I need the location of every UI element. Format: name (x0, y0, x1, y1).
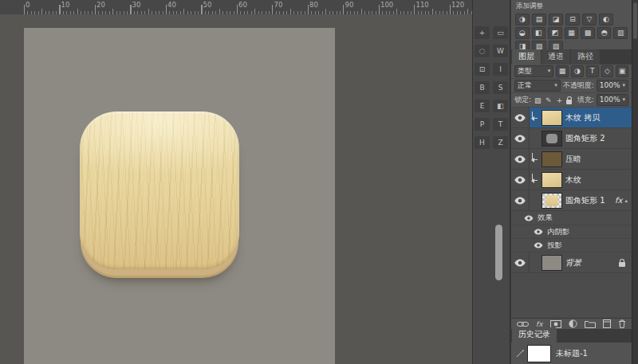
lock-position-icon[interactable]: + (555, 96, 564, 105)
ruler-number: 70 (274, 1, 283, 9)
eyedropper-tool-button[interactable]: I (493, 63, 508, 76)
lock-all-icon[interactable] (566, 100, 572, 104)
effect-visibility-toggle[interactable] (532, 229, 545, 235)
window-scrollbar-thumb[interactable] (633, 2, 637, 39)
filter-kind-select[interactable]: 类型 (514, 65, 553, 77)
levels-icon[interactable]: ▤ (532, 14, 546, 25)
visibility-toggle[interactable] (511, 149, 530, 169)
curves-icon[interactable]: ◪ (549, 14, 563, 25)
effect-visibility-toggle[interactable] (532, 242, 545, 249)
filter-adjustment-layers-icon[interactable]: ◑ (571, 65, 584, 77)
crop-tool-button[interactable]: ⊡ (475, 63, 490, 76)
fill-value[interactable]: 100% (597, 94, 628, 106)
filter-shape-layers-icon[interactable]: ◇ (601, 65, 614, 77)
layer-row-rounded-rect-2[interactable]: 圆角矩形 2 (511, 128, 632, 149)
fx-collapse-icon[interactable]: ▴ (624, 198, 628, 204)
gradient-tool-button[interactable]: ◧ (493, 100, 508, 112)
fx-icon[interactable]: fx (615, 196, 622, 205)
canvas-pasteboard[interactable] (0, 14, 472, 364)
marquee-tool-button[interactable]: ▭ (493, 26, 508, 39)
layer-name[interactable]: 圆角矩形 1 (565, 195, 605, 206)
document-canvas[interactable] (24, 28, 335, 364)
layer-thumbnail[interactable] (542, 193, 562, 209)
hand-tool-button[interactable]: H (475, 136, 490, 149)
visibility-toggle[interactable] (511, 108, 530, 127)
blend-mode-select[interactable]: 正常 (514, 80, 561, 92)
delete-layer-icon[interactable] (618, 319, 626, 328)
new-adjustment-layer-icon[interactable] (569, 319, 577, 328)
filter-pixel-layers-icon[interactable]: ▦ (556, 65, 569, 77)
layer-name[interactable]: 圆角矩形 2 (565, 133, 605, 144)
adjustments-title: 添加调整 (514, 1, 629, 13)
history-snapshot-name[interactable]: 未标题-1 (556, 348, 588, 359)
type-tool-button[interactable]: T (493, 118, 508, 131)
color-lookup-icon[interactable]: ▩ (581, 27, 595, 39)
layer-row-wood[interactable]: 木纹 (511, 170, 632, 190)
effects-header-row[interactable]: 效果 (511, 211, 632, 225)
invert-icon[interactable]: ◓ (597, 27, 612, 39)
history-brush-source-cell[interactable] (513, 350, 527, 358)
brightness-contrast-icon[interactable]: ◑ (515, 14, 530, 25)
layer-style-badge[interactable]: fx ▴ (615, 196, 632, 205)
clipping-mask-indicator (530, 176, 540, 183)
black-white-icon[interactable]: ◧ (532, 27, 546, 39)
photo-filter-icon[interactable]: ◩ (548, 27, 562, 39)
lock-pixels-icon[interactable]: ✎ (545, 96, 553, 105)
filter-type-layers-icon[interactable]: T (586, 65, 599, 77)
tab-channels[interactable]: 通道 (542, 49, 570, 65)
visibility-toggle[interactable] (511, 252, 530, 272)
layer-thumbnail[interactable] (542, 172, 562, 188)
effects-visibility-toggle[interactable] (522, 215, 535, 221)
layer-name[interactable]: 背景 (565, 257, 581, 268)
dock-scrollbar-thumb[interactable] (495, 225, 502, 280)
layer-thumbnail[interactable] (542, 255, 562, 271)
layer-row-wood-copy[interactable]: 木纹 拷贝 (511, 108, 632, 128)
history-snapshot-thumbnail[interactable] (527, 345, 551, 362)
magic-wand-tool-button[interactable]: W (493, 45, 508, 57)
posterize-icon[interactable]: ▥ (613, 27, 628, 39)
link-layers-icon[interactable] (517, 320, 529, 328)
layer-row-background[interactable]: 背景 (511, 252, 632, 273)
filter-smart-objects-icon[interactable]: ▣ (616, 65, 628, 77)
layer-row-darken[interactable]: 压暗 (511, 149, 632, 170)
tab-history[interactable]: 历史记录 (512, 327, 557, 342)
pen-tool-button[interactable]: P (475, 118, 490, 131)
blend-opacity-row: 正常 不透明度: 100% (511, 79, 632, 93)
add-layer-mask-icon[interactable] (550, 320, 561, 328)
lasso-tool-button[interactable]: ◌ (475, 45, 490, 57)
move-tool-button[interactable]: + (475, 26, 490, 39)
color-balance-icon[interactable]: ◒ (515, 27, 530, 39)
horizontal-ruler[interactable]: 0102030405060708090100110120 (0, 0, 472, 15)
exposure-icon[interactable]: ⊟ (565, 14, 580, 25)
blend-mode-value: 正常 (518, 80, 532, 91)
layer-name[interactable]: 木纹 (565, 174, 581, 186)
opacity-value[interactable]: 100% (597, 80, 628, 92)
new-layer-icon[interactable] (603, 319, 611, 328)
window-scrollbar[interactable] (632, 0, 638, 364)
channel-mixer-icon[interactable]: ▦ (565, 27, 579, 39)
new-group-icon[interactable] (585, 320, 596, 328)
eraser-tool-button[interactable]: E (475, 100, 490, 112)
brush-tool-button[interactable]: B (475, 81, 490, 94)
visibility-toggle[interactable] (511, 128, 530, 148)
clone-stamp-tool-button[interactable]: S (493, 81, 508, 94)
layer-name[interactable]: 木纹 拷贝 (565, 112, 600, 123)
layer-thumbnail[interactable] (542, 131, 562, 147)
layer-thumbnail[interactable] (542, 151, 562, 167)
hue-saturation-icon[interactable]: ◐ (599, 14, 613, 25)
layer-thumbnail[interactable] (542, 110, 562, 126)
eye-icon (514, 155, 526, 163)
visibility-toggle[interactable] (511, 190, 530, 210)
visibility-toggle[interactable] (511, 170, 530, 190)
effect-row-drop-shadow[interactable]: 投影 (511, 239, 632, 252)
lock-transparency-icon[interactable]: ▨ (534, 96, 542, 105)
layer-name[interactable]: 压暗 (565, 154, 581, 165)
tab-layers[interactable]: 图层 (512, 49, 541, 65)
layer-row-rounded-rect-1[interactable]: 圆角矩形 1 fx ▴ (511, 190, 632, 211)
zoom-tool-button[interactable]: Z (493, 136, 508, 149)
add-layer-style-icon[interactable]: fx (536, 320, 543, 328)
fill-label: 填充: (577, 95, 594, 105)
vibrance-icon[interactable]: ▽ (582, 14, 597, 25)
effect-row-inner-shadow[interactable]: 内阴影 (511, 225, 632, 239)
tab-paths[interactable]: 路径 (571, 49, 600, 65)
